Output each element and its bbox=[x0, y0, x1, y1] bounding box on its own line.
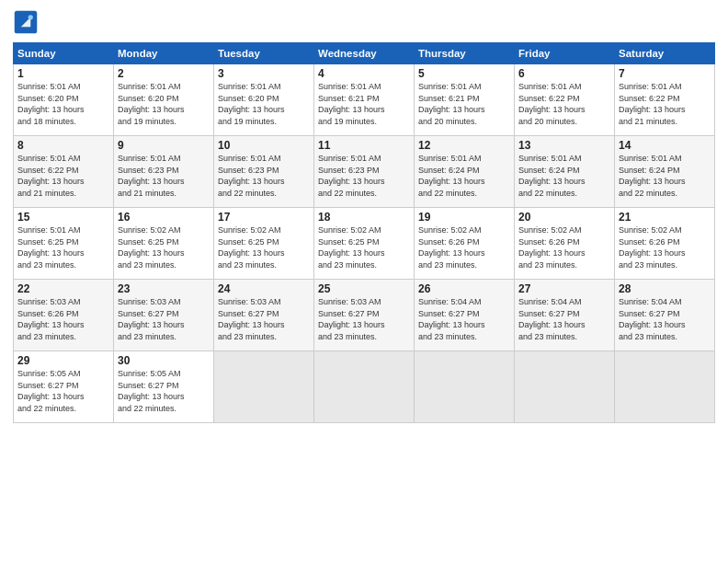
day-number: 9 bbox=[118, 139, 210, 152]
calendar-day-cell: 9 Sunrise: 5:01 AMSunset: 6:23 PMDayligh… bbox=[114, 136, 214, 208]
day-number: 14 bbox=[619, 139, 711, 152]
day-info: Sunrise: 5:01 AMSunset: 6:24 PMDaylight:… bbox=[418, 154, 485, 198]
empty-cell bbox=[615, 351, 715, 423]
day-info: Sunrise: 5:01 AMSunset: 6:23 PMDaylight:… bbox=[218, 154, 285, 198]
day-number: 13 bbox=[518, 139, 610, 152]
calendar-body: 1 Sunrise: 5:01 AMSunset: 6:20 PMDayligh… bbox=[14, 64, 715, 423]
day-info: Sunrise: 5:01 AMSunset: 6:21 PMDaylight:… bbox=[318, 82, 385, 126]
logo bbox=[13, 9, 42, 35]
day-info: Sunrise: 5:04 AMSunset: 6:27 PMDaylight:… bbox=[518, 297, 586, 341]
calendar-day-cell: 8 Sunrise: 5:01 AMSunset: 6:22 PMDayligh… bbox=[14, 136, 114, 208]
day-info: Sunrise: 5:02 AMSunset: 6:25 PMDaylight:… bbox=[118, 225, 185, 270]
calendar-day-cell: 13 Sunrise: 5:01 AMSunset: 6:24 PMDaylig… bbox=[515, 136, 615, 208]
day-number: 25 bbox=[318, 282, 410, 295]
day-info: Sunrise: 5:05 AMSunset: 6:27 PMDaylight:… bbox=[17, 369, 85, 413]
day-number: 7 bbox=[619, 67, 711, 80]
day-info: Sunrise: 5:01 AMSunset: 6:22 PMDaylight:… bbox=[17, 154, 85, 198]
calendar-day-cell: 30 Sunrise: 5:05 AMSunset: 6:27 PMDaylig… bbox=[114, 351, 214, 423]
day-info: Sunrise: 5:01 AMSunset: 6:25 PMDaylight:… bbox=[17, 225, 85, 270]
day-number: 28 bbox=[619, 282, 711, 295]
weekday-header: Monday bbox=[114, 43, 214, 64]
day-info: Sunrise: 5:02 AMSunset: 6:26 PMDaylight:… bbox=[518, 225, 586, 270]
calendar-day-cell: 26 Sunrise: 5:04 AMSunset: 6:27 PMDaylig… bbox=[415, 280, 515, 351]
day-info: Sunrise: 5:01 AMSunset: 6:24 PMDaylight:… bbox=[518, 154, 586, 198]
calendar-day-cell: 5 Sunrise: 5:01 AMSunset: 6:21 PMDayligh… bbox=[415, 64, 515, 136]
day-number: 26 bbox=[418, 282, 510, 295]
empty-cell bbox=[515, 351, 615, 423]
weekday-header: Tuesday bbox=[214, 43, 314, 64]
day-number: 27 bbox=[518, 282, 610, 295]
day-info: Sunrise: 5:01 AMSunset: 6:21 PMDaylight:… bbox=[418, 82, 485, 126]
day-number: 15 bbox=[17, 211, 109, 224]
svg-point-2 bbox=[28, 15, 33, 19]
day-info: Sunrise: 5:01 AMSunset: 6:23 PMDaylight:… bbox=[118, 154, 185, 198]
day-info: Sunrise: 5:01 AMSunset: 6:24 PMDaylight:… bbox=[619, 154, 686, 198]
calendar-week-row: 29 Sunrise: 5:05 AMSunset: 6:27 PMDaylig… bbox=[14, 351, 715, 423]
calendar-day-cell: 20 Sunrise: 5:02 AMSunset: 6:26 PMDaylig… bbox=[515, 208, 615, 280]
day-number: 19 bbox=[418, 211, 510, 224]
day-number: 8 bbox=[17, 139, 109, 152]
day-info: Sunrise: 5:01 AMSunset: 6:23 PMDaylight:… bbox=[318, 154, 385, 198]
calendar-day-cell: 17 Sunrise: 5:02 AMSunset: 6:25 PMDaylig… bbox=[214, 208, 314, 280]
calendar-day-cell: 25 Sunrise: 5:03 AMSunset: 6:27 PMDaylig… bbox=[314, 280, 415, 351]
empty-cell bbox=[214, 351, 314, 423]
calendar-day-cell: 11 Sunrise: 5:01 AMSunset: 6:23 PMDaylig… bbox=[314, 136, 415, 208]
day-info: Sunrise: 5:03 AMSunset: 6:26 PMDaylight:… bbox=[17, 297, 85, 341]
day-number: 20 bbox=[518, 211, 610, 224]
day-number: 21 bbox=[619, 211, 711, 224]
day-info: Sunrise: 5:05 AMSunset: 6:27 PMDaylight:… bbox=[118, 369, 185, 413]
calendar-page: SundayMondayTuesdayWednesdayThursdayFrid… bbox=[0, 0, 728, 563]
day-info: Sunrise: 5:02 AMSunset: 6:26 PMDaylight:… bbox=[418, 225, 485, 270]
day-number: 3 bbox=[218, 67, 310, 80]
day-number: 29 bbox=[17, 354, 109, 367]
day-number: 22 bbox=[17, 282, 109, 295]
day-number: 12 bbox=[418, 139, 510, 152]
day-info: Sunrise: 5:04 AMSunset: 6:27 PMDaylight:… bbox=[418, 297, 485, 341]
day-info: Sunrise: 5:03 AMSunset: 6:27 PMDaylight:… bbox=[118, 297, 185, 341]
calendar-day-cell: 27 Sunrise: 5:04 AMSunset: 6:27 PMDaylig… bbox=[515, 280, 615, 351]
calendar-day-cell: 15 Sunrise: 5:01 AMSunset: 6:25 PMDaylig… bbox=[14, 208, 114, 280]
day-number: 6 bbox=[518, 67, 610, 80]
weekday-header: Thursday bbox=[415, 43, 515, 64]
weekday-header: Friday bbox=[515, 43, 615, 64]
calendar-week-row: 8 Sunrise: 5:01 AMSunset: 6:22 PMDayligh… bbox=[14, 136, 715, 208]
day-number: 16 bbox=[118, 211, 210, 224]
day-number: 5 bbox=[418, 67, 510, 80]
day-info: Sunrise: 5:03 AMSunset: 6:27 PMDaylight:… bbox=[218, 297, 285, 341]
day-info: Sunrise: 5:04 AMSunset: 6:27 PMDaylight:… bbox=[619, 297, 686, 341]
calendar-day-cell: 6 Sunrise: 5:01 AMSunset: 6:22 PMDayligh… bbox=[515, 64, 615, 136]
day-number: 18 bbox=[318, 211, 410, 224]
day-info: Sunrise: 5:02 AMSunset: 6:25 PMDaylight:… bbox=[218, 225, 285, 270]
weekday-header: Sunday bbox=[14, 43, 114, 64]
header bbox=[13, 9, 715, 35]
calendar-day-cell: 28 Sunrise: 5:04 AMSunset: 6:27 PMDaylig… bbox=[615, 280, 715, 351]
day-info: Sunrise: 5:01 AMSunset: 6:20 PMDaylight:… bbox=[118, 82, 185, 126]
calendar-day-cell: 2 Sunrise: 5:01 AMSunset: 6:20 PMDayligh… bbox=[114, 64, 214, 136]
day-number: 24 bbox=[218, 282, 310, 295]
calendar-day-cell: 10 Sunrise: 5:01 AMSunset: 6:23 PMDaylig… bbox=[214, 136, 314, 208]
calendar-day-cell: 24 Sunrise: 5:03 AMSunset: 6:27 PMDaylig… bbox=[214, 280, 314, 351]
day-number: 4 bbox=[318, 67, 410, 80]
day-info: Sunrise: 5:03 AMSunset: 6:27 PMDaylight:… bbox=[318, 297, 385, 341]
calendar-day-cell: 3 Sunrise: 5:01 AMSunset: 6:20 PMDayligh… bbox=[214, 64, 314, 136]
day-number: 30 bbox=[118, 354, 210, 367]
calendar-week-row: 15 Sunrise: 5:01 AMSunset: 6:25 PMDaylig… bbox=[14, 208, 715, 280]
calendar-day-cell: 7 Sunrise: 5:01 AMSunset: 6:22 PMDayligh… bbox=[615, 64, 715, 136]
calendar-week-row: 22 Sunrise: 5:03 AMSunset: 6:26 PMDaylig… bbox=[14, 280, 715, 351]
day-info: Sunrise: 5:01 AMSunset: 6:22 PMDaylight:… bbox=[518, 82, 586, 126]
day-number: 17 bbox=[218, 211, 310, 224]
day-number: 11 bbox=[318, 139, 410, 152]
calendar-day-cell: 1 Sunrise: 5:01 AMSunset: 6:20 PMDayligh… bbox=[14, 64, 114, 136]
day-number: 2 bbox=[118, 67, 210, 80]
calendar-day-cell: 14 Sunrise: 5:01 AMSunset: 6:24 PMDaylig… bbox=[615, 136, 715, 208]
weekday-header: Wednesday bbox=[314, 43, 415, 64]
calendar-day-cell: 23 Sunrise: 5:03 AMSunset: 6:27 PMDaylig… bbox=[114, 280, 214, 351]
day-info: Sunrise: 5:01 AMSunset: 6:20 PMDaylight:… bbox=[218, 82, 285, 126]
calendar-day-cell: 4 Sunrise: 5:01 AMSunset: 6:21 PMDayligh… bbox=[314, 64, 415, 136]
day-info: Sunrise: 5:01 AMSunset: 6:22 PMDaylight:… bbox=[619, 82, 686, 126]
empty-cell bbox=[415, 351, 515, 423]
calendar-day-cell: 16 Sunrise: 5:02 AMSunset: 6:25 PMDaylig… bbox=[114, 208, 214, 280]
day-info: Sunrise: 5:02 AMSunset: 6:25 PMDaylight:… bbox=[318, 225, 385, 270]
day-info: Sunrise: 5:01 AMSunset: 6:20 PMDaylight:… bbox=[17, 82, 85, 126]
day-number: 1 bbox=[17, 67, 109, 80]
